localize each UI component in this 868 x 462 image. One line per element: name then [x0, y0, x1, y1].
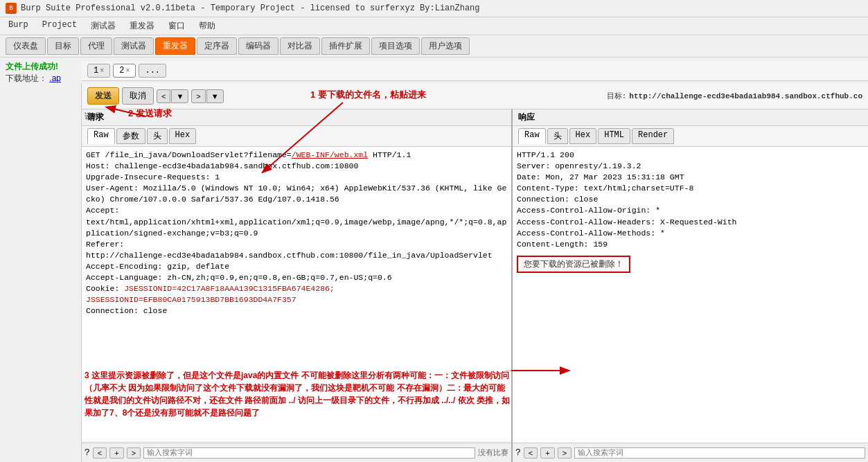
menu-window[interactable]: 窗口 [166, 19, 188, 33]
nav-left-dropdown[interactable]: ▼ [171, 89, 188, 103]
search-add-req[interactable]: + [109, 447, 123, 459]
nav-right-dropdown[interactable]: ▼ [206, 89, 224, 103]
tab-repeater[interactable]: 重发器 [155, 37, 195, 55]
response-bottom-bar: ? < + > [513, 443, 868, 462]
search-prev-req[interactable]: < [93, 447, 107, 459]
request-text-area: GET /file_in_java/DownloadServlet?filena… [82, 147, 511, 462]
response-panel-header: 响应 [513, 109, 868, 126]
res-subtab-html[interactable]: HTML [598, 128, 630, 144]
res-subtab-raw[interactable]: Raw [518, 128, 546, 144]
req-tab-1[interactable]: 1 × [87, 64, 110, 78]
app-icon: B [6, 3, 17, 14]
main-split: 发送 取消 < ▼ > ▼ 目标: http://challenge-ecd3e… [0, 83, 868, 462]
search-next-res[interactable]: > [558, 447, 572, 459]
request-panel: 请求 Raw 参数 头 Hex GET /file_in_java/Downlo… [82, 109, 513, 462]
tab-proxy[interactable]: 代理 [80, 37, 112, 55]
target-url: http://challenge-ecd3e4bada1ab984.sandbo… [629, 92, 862, 100]
panels-split: 请求 Raw 参数 头 Hex GET /file_in_java/Downlo… [82, 109, 868, 462]
menu-project[interactable]: Project [39, 19, 80, 33]
request-response-area: 发送 取消 < ▼ > ▼ 目标: http://challenge-ecd3e… [82, 83, 868, 462]
request-subtabs: Raw 参数 头 Hex [82, 126, 511, 147]
subtab-hex[interactable]: Hex [169, 128, 197, 144]
res-subtab-headers[interactable]: 头 [547, 128, 568, 144]
close-tab-1-icon[interactable]: × [100, 67, 104, 75]
tab-project-options[interactable]: 项目选项 [371, 37, 420, 55]
nav-left-group: < ▼ [157, 89, 188, 103]
nav-right-group: > ▼ [191, 89, 223, 103]
response-text-area: HTTP/1.1 200 Server: openresty/1.19.3.2 … [513, 147, 868, 462]
tab-comparer[interactable]: 对比器 [280, 37, 320, 55]
tab-sequencer[interactable]: 定序器 [197, 37, 237, 55]
cancel-button[interactable]: 取消 [122, 87, 154, 105]
menu-bar: Burp Project 测试器 重发器 窗口 帮助 [0, 17, 868, 35]
help-icon-req: ? [85, 447, 90, 458]
title-text: Burp Suite Professional v2.0.11beta - Te… [21, 3, 480, 13]
menu-help[interactable]: 帮助 [196, 19, 218, 33]
no-match-req: 没有比赛 [478, 447, 508, 458]
target-label: 目标: [607, 91, 627, 101]
title-bar: B Burp Suite Professional v2.0.11beta - … [0, 0, 868, 17]
search-input-req[interactable] [143, 447, 475, 459]
menu-repeater[interactable]: 重发器 [127, 19, 157, 33]
nav-left-button[interactable]: < [157, 89, 170, 103]
left-sidebar [0, 83, 82, 462]
nav-right-button[interactable]: > [191, 89, 205, 103]
upload-success: 文件上传成功! [6, 61, 61, 73]
search-next-req[interactable]: > [127, 447, 141, 459]
tab-tester[interactable]: 测试器 [114, 37, 154, 55]
search-prev-res[interactable]: < [524, 447, 538, 459]
tab-target[interactable]: 目标 [47, 37, 79, 55]
request-tabs-row: 1 × 2 × ... [82, 61, 868, 81]
subtab-raw[interactable]: Raw [87, 128, 115, 144]
close-tab-2-icon[interactable]: × [125, 67, 130, 75]
search-input-res[interactable] [574, 447, 865, 459]
request-content[interactable]: GET /file_in_java/DownloadServlet?filena… [82, 147, 511, 441]
search-add-res[interactable]: + [540, 447, 554, 459]
request-panel-header: 请求 [82, 109, 511, 126]
subtab-params[interactable]: 参数 [116, 128, 145, 144]
tab-decoder[interactable]: 编码器 [238, 37, 278, 55]
req-tab-2[interactable]: 2 × [113, 64, 136, 78]
help-icon-res: ? [515, 447, 521, 458]
response-content: HTTP/1.1 200 Server: openresty/1.19.3.2 … [513, 147, 868, 443]
menu-tester[interactable]: 测试器 [88, 19, 118, 33]
tab-toolbar: 仪表盘 目标 代理 测试器 重发器 定序器 编码器 对比器 插件扩展 项目选项 … [0, 35, 868, 57]
action-bar: 发送 取消 < ▼ > ▼ 目标: http://challenge-ecd3e… [82, 83, 868, 109]
app-window: B Burp Suite Professional v2.0.11beta - … [0, 0, 868, 462]
req-tab-more[interactable]: ... [139, 64, 166, 78]
tab-user-options[interactable]: 用户选项 [421, 37, 470, 55]
res-subtab-render[interactable]: Render [632, 128, 674, 144]
request-bottom-bar: ? < + > 没有比赛 [82, 443, 511, 462]
subtab-headers[interactable]: 头 [147, 128, 168, 144]
menu-burp[interactable]: Burp [6, 19, 31, 33]
tab-dashboard[interactable]: 仪表盘 [6, 37, 46, 55]
response-panel: 响应 Raw 头 Hex HTML Render HTTP/1.1 200 Se… [513, 109, 868, 462]
res-subtab-hex[interactable]: Hex [569, 128, 597, 144]
response-subtabs: Raw 头 Hex HTML Render [513, 126, 868, 147]
send-button[interactable]: 发送 [87, 87, 119, 105]
tab-extender[interactable]: 插件扩展 [321, 37, 370, 55]
